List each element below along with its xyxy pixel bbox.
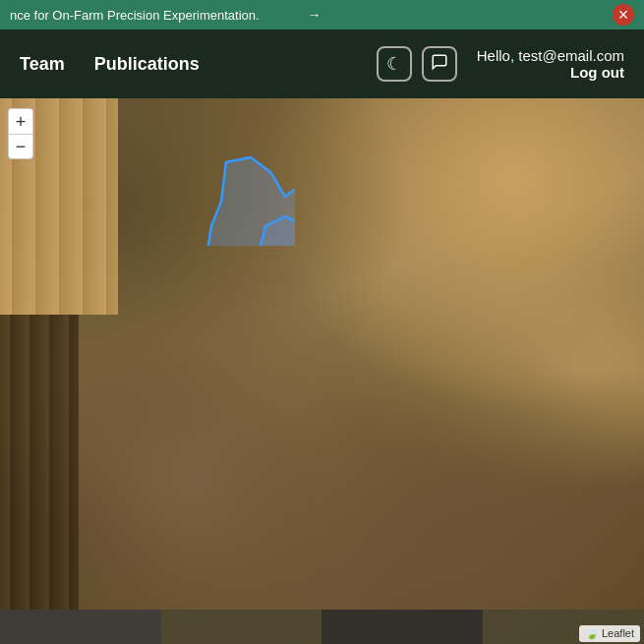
dark-mode-button[interactable]: ☾ (377, 46, 412, 82)
zoom-out-button[interactable]: − (8, 134, 33, 159)
leaflet-label[interactable]: Leaflet (602, 627, 634, 639)
banner-close-button[interactable]: × (613, 4, 634, 26)
banner-arrow[interactable]: → (308, 7, 322, 23)
publications-nav-link[interactable]: Publications (94, 54, 200, 75)
logout-button[interactable]: Log out (477, 64, 624, 81)
field-bottom (0, 610, 644, 644)
user-greeting: Hello, test@email.com (477, 47, 624, 64)
map-attribution: 🍃 Leaflet (579, 625, 640, 642)
zoom-in-button[interactable]: + (8, 108, 33, 134)
banner-text: nce for On-Farm Precision Experimentatio… (10, 8, 302, 23)
nav-links: Team Publications (20, 54, 377, 75)
moon-icon: ☾ (386, 53, 402, 75)
field-left (0, 315, 79, 610)
top-banner: nce for On-Farm Precision Experimentatio… (0, 0, 644, 29)
team-nav-link[interactable]: Team (20, 54, 65, 75)
map-container[interactable]: + − 🍃 Leaflet (0, 98, 644, 644)
chat-button[interactable] (422, 46, 457, 82)
map-controls: + − (8, 108, 33, 159)
chat-icon (431, 53, 448, 76)
user-info: Hello, test@email.com Log out (477, 47, 624, 81)
navbar: Team Publications ☾ Hello, test@email.co… (0, 29, 644, 98)
field-polygon-overlay (0, 98, 295, 246)
nav-right: ☾ Hello, test@email.com Log out (377, 46, 624, 82)
leaflet-logo: 🍃 (585, 627, 602, 639)
